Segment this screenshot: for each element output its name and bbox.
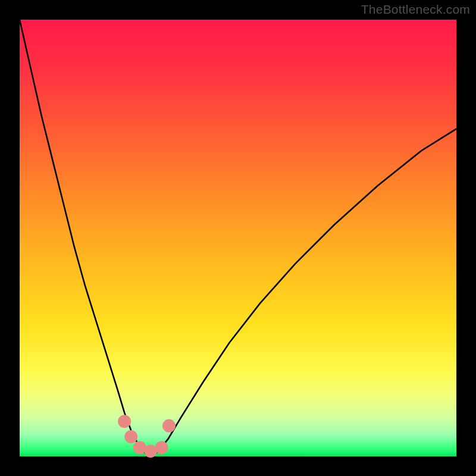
chart-frame: TheBottleneck.com <box>0 0 476 476</box>
curve-marker <box>118 415 131 428</box>
plot-background <box>20 20 456 456</box>
curve-marker <box>155 441 168 454</box>
curve-marker <box>124 430 137 443</box>
bottleneck-chart <box>0 0 476 476</box>
curve-marker <box>162 419 176 433</box>
watermark-text: TheBottleneck.com <box>361 2 470 17</box>
